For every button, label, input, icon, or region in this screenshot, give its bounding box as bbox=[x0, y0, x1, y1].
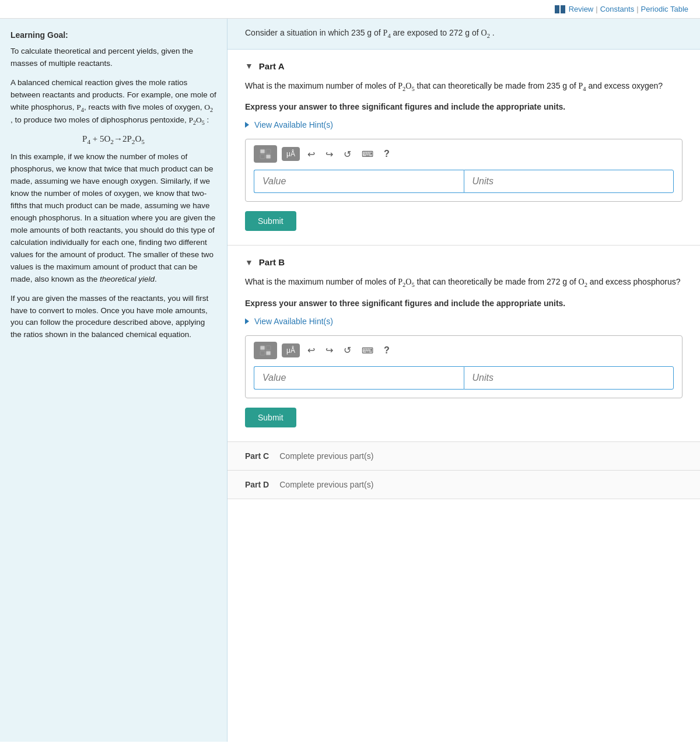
context-question: Consider a situation in which 235 g of P… bbox=[228, 19, 700, 50]
separator1: | bbox=[596, 5, 597, 13]
part-b-instruction: Express your answer to three significant… bbox=[245, 297, 682, 310]
periodic-table-link[interactable]: Periodic Table bbox=[641, 5, 688, 13]
part-b-toggle[interactable]: ▼ bbox=[245, 258, 253, 267]
svg-rect-0 bbox=[260, 149, 265, 153]
chemical-equation: P4 + 5O2→2P2O5 bbox=[10, 134, 216, 145]
part-b-title: Part B bbox=[259, 257, 285, 267]
part-a-answer-box: μÅ ↩ ↪ ↺ ⌨ ? bbox=[245, 139, 682, 202]
part-b-value-input[interactable] bbox=[254, 366, 464, 390]
part-d-locked-text: Complete previous part(s) bbox=[279, 480, 373, 489]
constants-link[interactable]: Constants bbox=[600, 5, 635, 13]
main-layout: Learning Goal: To calculate theoretical … bbox=[0, 19, 700, 742]
part-b-grid-button[interactable] bbox=[254, 342, 277, 359]
review-link[interactable]: Review bbox=[569, 5, 594, 13]
part-b-help-button[interactable]: ? bbox=[381, 343, 393, 357]
part-a-units-input[interactable] bbox=[464, 170, 674, 193]
part-a-section: ▼ Part A What is the maximum number of m… bbox=[228, 50, 700, 246]
part-c-title: Part C bbox=[245, 451, 269, 461]
part-d-title: Part D bbox=[245, 480, 269, 489]
hint-b-arrow-icon bbox=[245, 318, 249, 324]
separator2: | bbox=[636, 5, 638, 13]
part-b-units-input[interactable] bbox=[464, 366, 674, 390]
svg-rect-4 bbox=[260, 346, 265, 350]
part-c-locked-text: Complete previous part(s) bbox=[279, 451, 373, 461]
part-b-answer-box: μÅ ↩ ↪ ↺ ⌨ ? bbox=[245, 335, 682, 398]
svg-rect-6 bbox=[260, 351, 265, 355]
theoretical-yield-italic: theoretical yield bbox=[100, 275, 155, 283]
sidebar-para1: To calculate theoretical and percent yie… bbox=[10, 45, 216, 70]
part-b-toolbar: μÅ ↩ ↪ ↺ ⌨ ? bbox=[254, 342, 674, 359]
part-b-keyboard-button[interactable]: ⌨ bbox=[359, 344, 376, 357]
part-b-submit-button[interactable]: Submit bbox=[245, 408, 296, 427]
sidebar-para3: In this example, if we know the number o… bbox=[10, 151, 216, 285]
part-a-question: What is the maximum number of moles of P… bbox=[245, 79, 682, 94]
part-b-hint-link[interactable]: View Available Hint(s) bbox=[245, 317, 682, 326]
part-b-input-row bbox=[254, 366, 674, 390]
part-b-redo-button[interactable]: ↪ bbox=[323, 343, 336, 357]
part-a-toggle[interactable]: ▼ bbox=[245, 61, 253, 71]
svg-rect-2 bbox=[260, 155, 265, 159]
part-a-help-button[interactable]: ? bbox=[381, 147, 393, 161]
part-a-title: Part A bbox=[259, 61, 285, 71]
top-bar: Review | Constants | Periodic Table bbox=[0, 0, 700, 19]
part-b-question: What is the maximum number of moles of P… bbox=[245, 275, 682, 290]
part-b-section: ▼ Part B What is the maximum number of m… bbox=[228, 246, 700, 442]
part-b-refresh-button[interactable]: ↺ bbox=[341, 343, 354, 357]
part-a-toolbar: μÅ ↩ ↪ ↺ ⌨ ? bbox=[254, 145, 674, 163]
sidebar-para2: A balanced chemical reaction gives the m… bbox=[10, 77, 216, 128]
svg-rect-7 bbox=[266, 351, 271, 355]
part-a-input-row bbox=[254, 170, 674, 193]
part-a-grid-button[interactable] bbox=[254, 145, 277, 163]
part-a-value-input[interactable] bbox=[254, 170, 464, 193]
svg-rect-5 bbox=[266, 346, 271, 350]
svg-rect-1 bbox=[266, 149, 271, 153]
part-a-hint-link[interactable]: View Available Hint(s) bbox=[245, 120, 682, 129]
part-c-locked: Part C Complete previous part(s) bbox=[228, 442, 700, 471]
part-a-header: ▼ Part A bbox=[245, 61, 682, 71]
part-d-locked: Part D Complete previous part(s) bbox=[228, 471, 700, 499]
part-b-header: ▼ Part B bbox=[245, 257, 682, 267]
part-a-keyboard-button[interactable]: ⌨ bbox=[359, 148, 376, 160]
part-b-hint-label: View Available Hint(s) bbox=[254, 317, 333, 326]
svg-rect-3 bbox=[266, 155, 271, 159]
part-b-undo-button[interactable]: ↩ bbox=[304, 343, 318, 357]
review-icon bbox=[555, 5, 565, 13]
part-a-redo-button[interactable]: ↪ bbox=[323, 147, 336, 162]
sidebar: Learning Goal: To calculate theoretical … bbox=[0, 19, 228, 742]
part-a-refresh-button[interactable]: ↺ bbox=[341, 147, 354, 162]
part-a-undo-button[interactable]: ↩ bbox=[304, 147, 318, 162]
hint-a-arrow-icon bbox=[245, 122, 249, 128]
part-a-hint-label: View Available Hint(s) bbox=[254, 120, 333, 129]
learning-goal-heading: Learning Goal: bbox=[10, 30, 216, 40]
sidebar-para4: If you are given the masses of the react… bbox=[10, 293, 216, 342]
content-area: Consider a situation in which 235 g of P… bbox=[228, 19, 700, 742]
part-a-unit-button[interactable]: μÅ bbox=[282, 147, 300, 161]
part-b-unit-button[interactable]: μÅ bbox=[282, 343, 300, 357]
part-a-submit-button[interactable]: Submit bbox=[245, 211, 296, 231]
part-a-instruction: Express your answer to three significant… bbox=[245, 101, 682, 113]
